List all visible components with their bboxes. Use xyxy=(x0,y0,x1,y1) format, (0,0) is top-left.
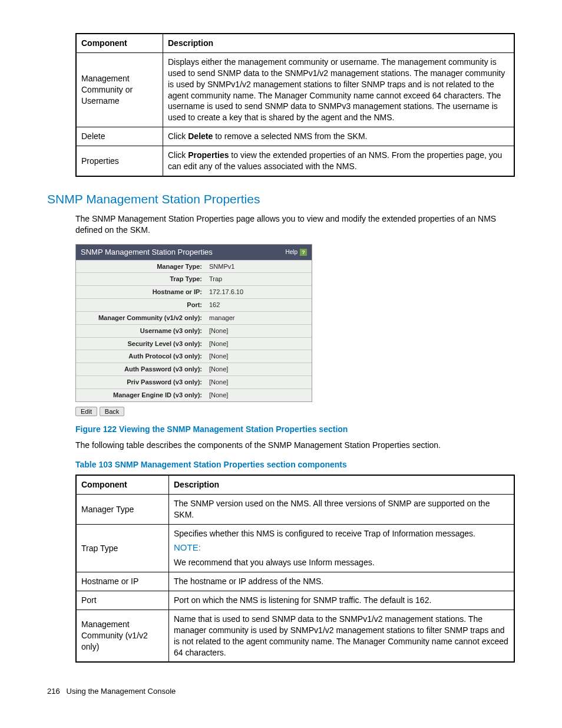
component-table-2: Component Description Manager Type The S… xyxy=(75,475,515,663)
prop-val: 172.17.6.10 xyxy=(206,286,312,299)
table-row: Management Community or Username Display… xyxy=(76,52,514,127)
t1-r1-c: Delete xyxy=(76,127,163,146)
t2-r2-d: The hostname or IP address of the NMS. xyxy=(169,572,515,591)
t2-r4-c: Management Community (v1/v2 only) xyxy=(76,610,169,662)
help-icon: ? xyxy=(300,249,307,256)
following-paragraph: The following table describes the compon… xyxy=(75,440,515,451)
t2-r1-d: Specifies whether this NMS is configured… xyxy=(169,525,515,572)
prop-key: Hostname or IP: xyxy=(76,286,206,299)
t1-r1-d: Click Delete to remove a selected NMS fr… xyxy=(163,127,515,146)
t2-header-description: Description xyxy=(169,475,515,494)
table-row: Manager Type The SNMP version used on th… xyxy=(76,495,514,525)
t1-header-component: Component xyxy=(76,34,163,52)
t1-r2-d: Click Properties to view the extended pr… xyxy=(163,146,515,176)
table-row: Trap Type Specifies whether this NMS is … xyxy=(76,525,514,572)
table-row: Hostname or IP The hostname or IP addres… xyxy=(76,572,514,591)
table-row: Management Community (v1/v2 only) Name t… xyxy=(76,610,514,662)
prop-val: SNMPv1 xyxy=(206,260,312,273)
t2-r3-d: Port on which the NMS is listening for S… xyxy=(169,591,515,610)
prop-val: manager xyxy=(206,311,312,324)
table-row: Port Port on which the NMS is listening … xyxy=(76,591,514,610)
prop-key: Auth Password (v3 only): xyxy=(76,363,206,376)
panel-header: SNMP Management Station Properties Help … xyxy=(76,245,312,260)
properties-table: Manager Type:SNMPv1 Trap Type:Trap Hostn… xyxy=(76,260,312,401)
prop-val: Trap xyxy=(206,273,312,286)
prop-key: Auth Protocol (v3 only): xyxy=(76,350,206,363)
footer-title: Using the Management Console xyxy=(67,687,176,696)
t2-r1-c: Trap Type xyxy=(76,525,169,572)
prop-key: Manager Community (v1/v2 only): xyxy=(76,311,206,324)
page-footer: 216 Using the Management Console xyxy=(47,686,515,697)
t2-r0-d: The SNMP version used on the NMS. All th… xyxy=(169,495,515,525)
prop-key: Security Level (v3 only): xyxy=(76,337,206,350)
t2-r3-c: Port xyxy=(76,591,169,610)
prop-key: Username (v3 only): xyxy=(76,324,206,337)
snmp-properties-panel: SNMP Management Station Properties Help … xyxy=(75,244,312,402)
figure-caption: Figure 122 Viewing the SNMP Management S… xyxy=(75,424,515,435)
prop-val: [None] xyxy=(206,350,312,363)
help-link[interactable]: Help ? xyxy=(285,248,307,256)
t2-r0-c: Manager Type xyxy=(76,495,169,525)
prop-key: Manager Engine ID (v3 only): xyxy=(76,389,206,401)
t2-header-component: Component xyxy=(76,475,169,494)
page-number: 216 xyxy=(47,687,60,696)
t1-header-description: Description xyxy=(163,34,515,52)
table-caption: Table 103 SNMP Management Station Proper… xyxy=(75,459,515,470)
t1-r0-c: Management Community or Username xyxy=(76,52,163,127)
t1-r0-d: Displays either the management community… xyxy=(163,52,515,127)
prop-key: Manager Type: xyxy=(76,260,206,273)
prop-key: Port: xyxy=(76,299,206,312)
t2-r2-c: Hostname or IP xyxy=(76,572,169,591)
prop-val: [None] xyxy=(206,363,312,376)
table-row: Delete Click Delete to remove a selected… xyxy=(76,127,514,146)
t2-r4-d: Name that is used to send SNMP data to t… xyxy=(169,610,515,662)
panel-buttons: Edit Back xyxy=(75,406,515,417)
intro-paragraph: The SNMP Management Station Properties p… xyxy=(75,213,515,236)
section-heading: SNMP Management Station Properties xyxy=(47,191,515,207)
prop-val: [None] xyxy=(206,324,312,337)
prop-key: Priv Password (v3 only): xyxy=(76,376,206,389)
prop-val: [None] xyxy=(206,376,312,389)
prop-val: 162 xyxy=(206,299,312,312)
table-row: Properties Click Properties to view the … xyxy=(76,146,514,176)
panel-title: SNMP Management Station Properties xyxy=(81,247,213,258)
prop-val: [None] xyxy=(206,337,312,350)
prop-key: Trap Type: xyxy=(76,273,206,286)
t1-r2-c: Properties xyxy=(76,146,163,176)
note-label: NOTE: xyxy=(174,542,509,554)
component-table-1: Component Description Management Communi… xyxy=(75,33,515,177)
edit-button[interactable]: Edit xyxy=(75,407,97,416)
prop-val: [None] xyxy=(206,389,312,401)
back-button[interactable]: Back xyxy=(100,407,124,416)
